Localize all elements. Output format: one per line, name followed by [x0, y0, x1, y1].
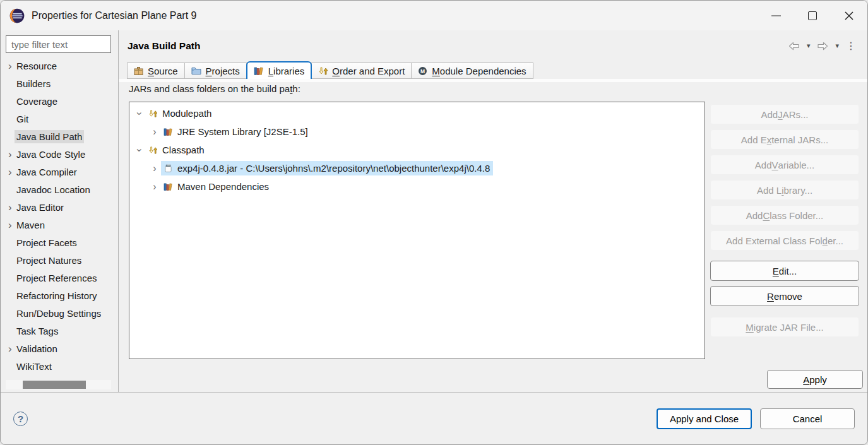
minimize-button[interactable]: [758, 1, 794, 30]
chevron-right-icon[interactable]: ›: [1, 220, 15, 230]
jar-file-icon: 010: [162, 163, 174, 174]
tab-libraries[interactable]: Libraries: [246, 61, 312, 79]
sidebar-item-java-compiler[interactable]: ›Java Compiler: [1, 163, 118, 181]
migrate-jar-file-button[interactable]: Migrate JAR File...: [710, 317, 859, 337]
sidebar-item-project-natures[interactable]: Project Natures: [1, 251, 118, 269]
sidebar-item-project-references[interactable]: Project References: [1, 269, 118, 287]
folder-icon: [191, 66, 201, 75]
tab-divider: [119, 79, 867, 82]
chevron-right-icon[interactable]: ›: [1, 343, 15, 354]
forward-arrow-icon[interactable]: [817, 42, 828, 50]
preferences-sidebar: ›Resource Builders Coverage Git Java Bui…: [1, 30, 119, 392]
maximize-icon: [808, 11, 817, 20]
forward-history-dropdown-icon[interactable]: ▾: [835, 42, 839, 50]
library-books-icon: [254, 66, 264, 76]
tree-row-maven-dependencies[interactable]: › Maven Dependencies: [129, 177, 705, 196]
close-icon: [844, 11, 854, 21]
remove-button[interactable]: Remove: [710, 286, 859, 306]
back-history-dropdown-icon[interactable]: ▾: [807, 42, 811, 50]
build-path-tree[interactable]: › Modulepath › JRE System Library [J2SE-…: [129, 102, 705, 359]
chevron-right-icon[interactable]: ›: [148, 182, 161, 192]
add-library-button[interactable]: Add Library...: [710, 180, 859, 200]
cancel-button[interactable]: Cancel: [760, 408, 855, 429]
sidebar-item-git[interactable]: Git: [1, 110, 118, 128]
chevron-down-icon[interactable]: ›: [133, 145, 146, 155]
add-external-class-folder-button[interactable]: Add External Class Folder...: [710, 230, 859, 251]
tree-row-classpath[interactable]: › Classpath: [129, 141, 705, 159]
sidebar-item-project-facets[interactable]: Project Facets: [1, 234, 118, 251]
tree-row-label: Maven Dependencies: [177, 181, 269, 192]
chevron-right-icon[interactable]: ›: [148, 163, 161, 174]
sidebar-item-builders[interactable]: Builders: [1, 74, 118, 92]
order-arrows-icon: [318, 66, 328, 76]
window-title: Properties for Cartesian Plane Part 9: [32, 10, 196, 21]
sidebar-item-coverage[interactable]: Coverage: [1, 92, 118, 110]
sidebar-item-maven[interactable]: ›Maven: [1, 216, 118, 234]
sidebar-item-java-build-path[interactable]: Java Build Path: [1, 128, 118, 145]
tab-projects[interactable]: Projects: [184, 62, 247, 79]
filter-input[interactable]: [6, 35, 111, 53]
sidebar-item-resource[interactable]: ›Resource: [1, 57, 118, 74]
properties-dialog: Properties for Cartesian Plane Part 9 ›R…: [0, 0, 868, 445]
chevron-right-icon[interactable]: ›: [1, 167, 15, 177]
sidebar-item-task-tags[interactable]: Task Tags: [1, 322, 118, 340]
add-variable-button[interactable]: Add Variable...: [710, 155, 859, 175]
tree-row-modulepath[interactable]: › Modulepath: [129, 104, 705, 122]
add-class-folder-button[interactable]: Add Class Folder...: [710, 205, 859, 225]
add-external-jars-button[interactable]: Add External JARs...: [710, 129, 859, 150]
chevron-right-icon[interactable]: ›: [1, 202, 15, 213]
close-button[interactable]: [831, 1, 867, 30]
chevron-down-icon[interactable]: ›: [133, 109, 146, 119]
view-menu-icon[interactable]: ⋮: [846, 40, 856, 52]
sidebar-nav-list: ›Resource Builders Coverage Git Java Bui…: [1, 57, 118, 375]
library-actions: Add JARs... Add External JARs... Add Var…: [710, 104, 859, 342]
add-jars-button[interactable]: Add JARs...: [710, 104, 859, 124]
main-panel: Java Build Path ▾ ▾ ⋮: [119, 30, 867, 392]
tree-row-label: exp4j-0.4.8.jar - C:\Users\johns\.m2\rep…: [177, 163, 490, 174]
sidebar-item-validation[interactable]: ›Validation: [1, 340, 118, 357]
library-books-icon: [162, 127, 174, 137]
minimize-icon: [771, 15, 781, 16]
apply-button[interactable]: Apply: [767, 370, 863, 389]
page-title: Java Build Path: [128, 40, 200, 52]
sidebar-item-javadoc-location[interactable]: Javadoc Location: [1, 181, 118, 198]
svg-text:M: M: [420, 68, 425, 74]
build-path-tabs: Source Projects Libraries: [127, 61, 867, 79]
scrollbar-thumb[interactable]: [23, 381, 86, 389]
library-books-icon: [162, 182, 174, 192]
chevron-right-icon[interactable]: ›: [1, 61, 15, 71]
tab-label: Libraries: [268, 66, 305, 76]
package-icon: [134, 66, 143, 76]
tree-row-label: Classpath: [162, 145, 205, 155]
tab-label: Source: [148, 66, 178, 76]
title-bar: Properties for Cartesian Plane Part 9: [1, 1, 867, 30]
apply-and-close-button[interactable]: Apply and Close: [657, 408, 752, 429]
dialog-footer: ? Apply and Close Cancel: [1, 392, 867, 444]
tree-row-exp4j-jar[interactable]: › 010 exp4j-0.4.8.jar - C:\Users\johns\.…: [129, 159, 705, 177]
sidebar-item-refactoring-history[interactable]: Refactoring History: [1, 287, 118, 304]
sidebar-horizontal-scrollbar[interactable]: [6, 380, 111, 389]
tab-source[interactable]: Source: [127, 62, 185, 79]
maximize-button[interactable]: [794, 1, 831, 30]
chevron-right-icon[interactable]: ›: [148, 127, 161, 137]
sidebar-item-java-code-style[interactable]: ›Java Code Style: [1, 145, 118, 163]
help-icon[interactable]: ?: [13, 412, 28, 426]
tab-order-and-export[interactable]: Order and Export: [311, 62, 412, 79]
order-arrows-icon: [147, 109, 158, 119]
svg-text:010: 010: [167, 164, 170, 167]
build-path-label: JARs and class folders on the build path…: [129, 83, 300, 94]
sidebar-item-run-debug-settings[interactable]: Run/Debug Settings: [1, 304, 118, 322]
tree-row-label: Modulepath: [162, 108, 211, 119]
tree-row-label: JRE System Library [J2SE-1.5]: [177, 126, 308, 137]
sidebar-item-wikitext[interactable]: WikiText: [1, 357, 118, 375]
tab-label: Projects: [206, 66, 240, 76]
chevron-right-icon[interactable]: ›: [1, 149, 15, 160]
edit-button[interactable]: Edit...: [710, 261, 859, 281]
eclipse-logo-icon: [9, 8, 25, 24]
back-arrow-icon[interactable]: [788, 42, 800, 50]
module-icon: M: [418, 66, 427, 76]
tab-label: Module Dependencies: [432, 66, 526, 76]
sidebar-item-java-editor[interactable]: ›Java Editor: [1, 198, 118, 216]
tree-row-jre-system-library[interactable]: › JRE System Library [J2SE-1.5]: [129, 122, 705, 141]
tab-module-dependencies[interactable]: M Module Dependencies: [411, 62, 533, 79]
